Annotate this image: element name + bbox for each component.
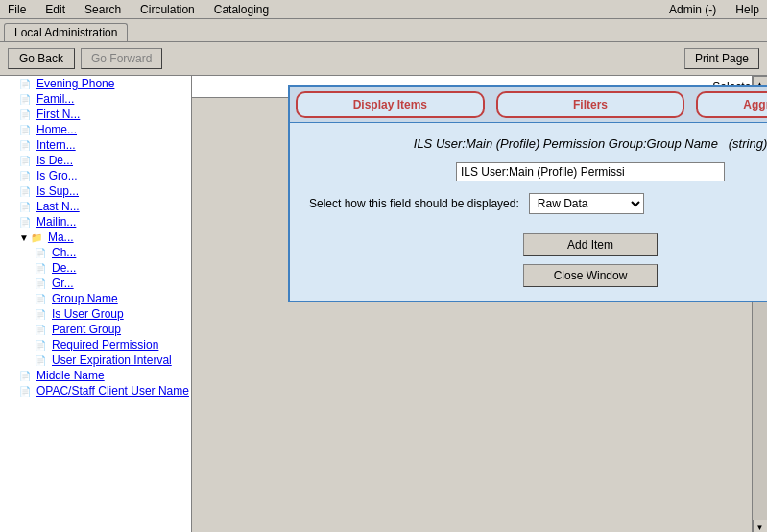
page-icon bbox=[19, 215, 35, 229]
tree-item-opac-username[interactable]: OPAC/Staff Client User Name bbox=[0, 383, 191, 399]
modal-tab-filters[interactable]: Filters bbox=[496, 91, 685, 118]
close-window-button[interactable]: Close Window bbox=[523, 264, 658, 287]
modal-input-row bbox=[309, 162, 767, 181]
page-icon bbox=[19, 77, 35, 90]
print-page-button[interactable]: Print Page bbox=[684, 48, 759, 69]
menu-cataloging[interactable]: Cataloging bbox=[210, 2, 273, 17]
tree-item-ch[interactable]: Ch... bbox=[0, 245, 191, 260]
tree-item-de[interactable]: De... bbox=[0, 260, 191, 276]
page-icon bbox=[19, 108, 35, 121]
modal-dialog: Display Items Filters Aggregate Filters … bbox=[288, 85, 767, 302]
folder-icon bbox=[31, 230, 46, 244]
tree-item-is-user-group[interactable]: Is User Group bbox=[0, 306, 191, 322]
left-panel: Evening Phone Famil... First N... Home..… bbox=[0, 76, 192, 532]
modal-tab-aggregate-filters[interactable]: Aggregate Filters bbox=[696, 91, 767, 118]
tree-item-intern[interactable]: Intern... bbox=[0, 137, 191, 153]
go-back-button[interactable]: Go Back bbox=[8, 48, 75, 69]
tree-item-group-name[interactable]: Group Name bbox=[0, 291, 191, 306]
tab-local-admin[interactable]: Local Administration bbox=[4, 23, 128, 41]
page-icon bbox=[35, 353, 50, 367]
page-icon bbox=[35, 338, 50, 351]
page-icon bbox=[35, 261, 50, 275]
expand-icon: ▼ bbox=[19, 232, 29, 243]
tree-item-is-de[interactable]: Is De... bbox=[0, 153, 191, 168]
page-icon bbox=[19, 154, 35, 167]
tree-item-home[interactable]: Home... bbox=[0, 122, 191, 137]
menu-help[interactable]: Help bbox=[731, 2, 763, 17]
page-icon bbox=[35, 307, 50, 321]
page-icon bbox=[19, 200, 35, 213]
modal-tab-display-items[interactable]: Display Items bbox=[296, 91, 485, 118]
menu-admin[interactable]: Admin (-) bbox=[665, 2, 720, 17]
page-icon bbox=[19, 123, 35, 136]
main-container: Evening Phone Famil... First N... Home..… bbox=[0, 76, 767, 532]
modal-select-label: Select how this field should be displaye… bbox=[309, 197, 519, 210]
page-icon bbox=[19, 138, 35, 152]
toolbar: Go Back Go Forward Print Page bbox=[0, 42, 767, 76]
menu-bar: File Edit Search Circulation Cataloging … bbox=[0, 0, 767, 19]
page-icon bbox=[19, 92, 35, 106]
menu-search[interactable]: Search bbox=[81, 2, 125, 17]
modal-title-input[interactable] bbox=[456, 162, 725, 181]
tab-bar: Local Administration bbox=[0, 19, 767, 42]
tree-item-first-name[interactable]: First N... bbox=[0, 107, 191, 122]
modal-title-type: (string) bbox=[729, 136, 767, 151]
tree-item-family[interactable]: Famil... bbox=[0, 91, 191, 107]
tree-item-required-permission[interactable]: Required Permission bbox=[0, 337, 191, 352]
tree-item-ma-folder[interactable]: ▼ Ma... bbox=[0, 230, 191, 245]
modal-title: ILS User:Main (Profile) Permission Group… bbox=[309, 136, 767, 151]
modal-buttons: Add Item Close Window bbox=[309, 233, 767, 287]
page-icon bbox=[19, 169, 35, 182]
add-item-button[interactable]: Add Item bbox=[523, 233, 658, 256]
tree-item-evening-phone[interactable]: Evening Phone bbox=[0, 76, 191, 91]
tree-item-is-gro[interactable]: Is Gro... bbox=[0, 168, 191, 183]
page-icon bbox=[35, 323, 50, 336]
page-icon bbox=[19, 369, 35, 382]
page-icon bbox=[35, 292, 50, 305]
modal-title-text: ILS User:Main (Profile) Permission Group… bbox=[414, 136, 718, 151]
tree-item-mailing[interactable]: Mailin... bbox=[0, 214, 191, 230]
menu-circulation[interactable]: Circulation bbox=[136, 2, 199, 17]
modal-select-row: Select how this field should be displaye… bbox=[309, 193, 767, 214]
modal-display-select[interactable]: Raw Data Formatted None bbox=[529, 193, 644, 214]
tree-item-gr[interactable]: Gr... bbox=[0, 276, 191, 291]
go-forward-button[interactable]: Go Forward bbox=[81, 48, 162, 69]
menu-edit[interactable]: Edit bbox=[41, 2, 69, 17]
modal-body: ILS User:Main (Profile) Permission Group… bbox=[290, 123, 767, 301]
tree-item-user-expiration[interactable]: User Expiration Interval bbox=[0, 352, 191, 368]
menu-file[interactable]: File bbox=[4, 2, 30, 17]
page-icon bbox=[35, 246, 50, 259]
page-icon bbox=[19, 184, 35, 198]
page-icon bbox=[35, 277, 50, 290]
tree-item-parent-group[interactable]: Parent Group bbox=[0, 322, 191, 337]
tree-item-middle-name[interactable]: Middle Name bbox=[0, 368, 191, 383]
right-panel: Selected Display Items Filters Aggregate… bbox=[192, 76, 767, 532]
page-icon bbox=[19, 384, 35, 398]
tree-item-is-sup[interactable]: Is Sup... bbox=[0, 183, 191, 199]
modal-tabs: Display Items Filters Aggregate Filters bbox=[290, 87, 767, 123]
scroll-down-arrow[interactable]: ▼ bbox=[753, 520, 768, 532]
tree-item-last-name[interactable]: Last N... bbox=[0, 199, 191, 214]
